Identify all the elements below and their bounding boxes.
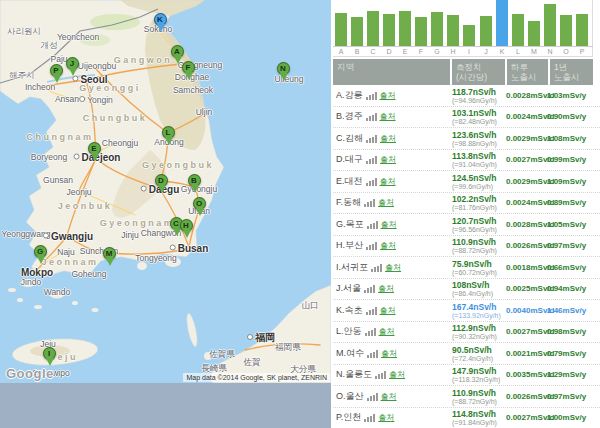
stats-bars-icon[interactable] [364,197,376,207]
stats-bars-icon[interactable] [366,133,378,143]
map-marker-e[interactable]: E [88,142,101,155]
chart-bar-o[interactable] [560,15,572,46]
islet [92,308,99,312]
measurement-cell: 110.9nSv/h(=88.72nGy/h) [452,388,506,405]
stats-bars-icon[interactable] [366,154,378,164]
chart-bar-b[interactable] [351,17,363,46]
source-link[interactable]: 출처 [378,284,394,293]
google-logo[interactable]: Google [6,366,54,381]
chart-bar-g[interactable] [431,12,443,46]
stats-bars-icon[interactable] [365,326,377,336]
chart-bar-i[interactable] [463,25,475,46]
map-marker-g[interactable]: G [34,245,47,258]
stats-bars-icon[interactable] [367,219,379,229]
map-marker-j[interactable]: J [66,57,79,70]
table-row-m: M.여수출처90.5nSv/h(=72.4nGy/h)0.0021mSv/d0.… [333,342,600,364]
map-marker-m[interactable]: M [103,247,116,260]
daily-exposure: 0.0024mSv/d [506,112,547,121]
chart-bar-e[interactable] [399,11,411,46]
measurement-cell: 123.6nSv/h(=98.88nGy/h) [452,130,506,147]
measurement-sub-value: (=88.72nGy/h) [452,247,506,254]
map-label: Busan [170,243,209,254]
map-marker-n[interactable]: N [277,62,290,75]
chart-bar-n[interactable] [544,4,556,46]
source-link[interactable]: 출처 [380,177,396,186]
chart-label-h: H [447,48,459,55]
map-marker-p[interactable]: P [50,64,63,77]
stats-bars-icon[interactable] [366,305,378,315]
table-row-a: A.강릉출처118.7nSv/h(=94.96nGy/h)0.0028mSv/d… [333,85,600,106]
chart-label-c: C [367,48,379,55]
measurement-value: 75.9nSv/h [452,259,506,269]
source-link[interactable]: 출처 [380,91,396,100]
stats-bars-icon[interactable] [367,348,379,358]
source-link[interactable]: 출처 [379,327,395,336]
source-link[interactable]: 출처 [385,263,401,272]
region-label: H.부산 [336,240,363,250]
chart-bar-l[interactable] [512,14,524,46]
region-cell: J.서울출처 [333,282,452,295]
daily-exposure: 0.0021mSv/d [506,349,547,358]
map-marker-d[interactable]: D [155,174,168,187]
map-marker-i[interactable]: I [43,347,56,360]
radiation-panel: ABCDEFGHIJKLMNOP 지역 측정치(시간당) 하루노출시 1년노출시… [333,0,600,428]
map-label: Gangwon [114,55,173,65]
measurement-cell: 103.1nSv/h(=82.48nGy/h) [452,108,506,125]
map-marker-o[interactable]: O [193,197,206,210]
map-label: Gunsan [43,175,73,185]
region-label: L.안동 [336,326,362,336]
source-link[interactable]: 출처 [381,392,397,401]
source-link[interactable]: 출처 [381,349,397,358]
stats-bars-icon[interactable] [364,412,376,422]
map-marker-a[interactable]: A [171,45,184,58]
map-marker-k[interactable]: K [154,13,167,26]
stats-bars-icon[interactable] [366,90,378,100]
map-marker-h[interactable]: H [180,219,193,232]
region-cell: L.안동출처 [333,325,452,338]
stats-bars-icon[interactable] [367,391,379,401]
map-label: 福岡県 [275,342,301,354]
region-bar-chart: ABCDEFGHIJKLMNOP [333,0,593,57]
source-link[interactable]: 출처 [378,413,394,422]
measurement-cell: 108nSv/h(=86.4nGy/h) [452,280,506,297]
table-header: 지역 측정치(시간당) 하루노출시 1년노출시 [333,59,593,85]
chart-bar-p[interactable] [576,14,588,46]
stats-bars-icon[interactable] [366,176,378,186]
region-label: O.울산 [336,391,364,401]
chart-label-a: A [335,48,347,55]
source-link[interactable]: 출처 [380,112,396,121]
chart-bar-c[interactable] [367,11,379,46]
chart-bar-m[interactable] [528,21,540,46]
chart-bar-a[interactable] [335,13,347,46]
chart-bar-f[interactable] [415,17,427,46]
chart-label-k: K [496,48,508,55]
region-label: A.강릉 [336,90,363,100]
map-marker-l[interactable]: L [162,126,175,139]
stats-bars-icon[interactable] [371,262,383,272]
stats-bars-icon[interactable] [375,369,387,379]
stats-bars-icon[interactable] [364,283,376,293]
map-label: Gyeongju [181,184,217,194]
chart-bar-d[interactable] [383,14,395,46]
table-row-n: N.울릉도출처147.9nSv/h(=118.32nGy/h)0.0035mSv… [333,364,600,386]
chart-bar-k[interactable] [496,0,508,46]
measurement-value: 110.9nSv/h [452,237,506,247]
source-link[interactable]: 출처 [380,241,396,250]
map-marker-b[interactable]: B [188,174,201,187]
map[interactable]: 사리원시해주시개성YeoncheonPajuUijeongbuSeoulInch… [0,0,331,428]
table-row-h: H.부산출처110.9nSv/h(=88.72nGy/h)0.0026mSv/d… [333,235,600,257]
measurement-cell: 90.5nSv/h(=72.4nGy/h) [452,345,506,362]
source-link[interactable]: 출처 [381,220,397,229]
source-link[interactable]: 출처 [380,134,396,143]
stats-bars-icon[interactable] [366,111,378,121]
source-link[interactable]: 출처 [380,155,396,164]
table-row-f: F.동해출처102.2nSv/h(=81.76nGy/h)0.0024mSv/d… [333,192,600,214]
chart-bar-j[interactable] [480,16,492,46]
source-link[interactable]: 출처 [380,306,396,315]
source-link[interactable]: 출처 [378,198,394,207]
chart-bar-h[interactable] [447,15,459,46]
source-link[interactable]: 출처 [389,370,405,379]
daily-exposure: 0.0028mSv/d [506,220,547,229]
stats-bars-icon[interactable] [366,240,378,250]
map-marker-f[interactable]: F [182,61,195,74]
